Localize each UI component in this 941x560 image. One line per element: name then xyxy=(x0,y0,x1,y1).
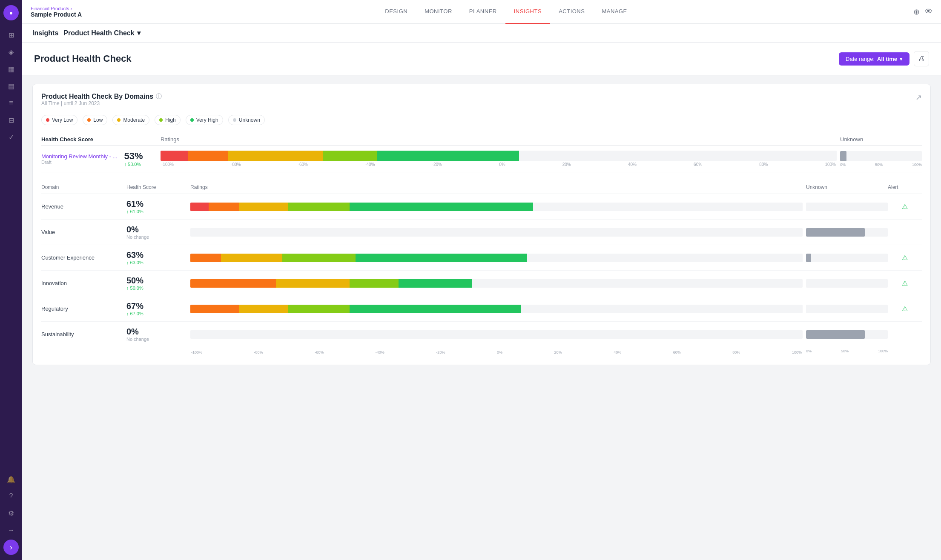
main-area: Financial Products › Sample Product A DE… xyxy=(22,0,941,560)
info-icon[interactable]: ⓘ xyxy=(156,93,162,100)
score-column-header: Health Check Score xyxy=(41,136,161,143)
domain-name-regulatory: Regulatory xyxy=(41,306,126,312)
domain-ratings-bar xyxy=(190,279,803,288)
section-header: Product Health Check Date range: All tim… xyxy=(22,43,941,75)
product-title: Sample Product A xyxy=(31,11,82,18)
top-navigation: Financial Products › Sample Product A DE… xyxy=(22,0,941,24)
share-button[interactable]: ⊕ xyxy=(913,7,920,17)
topnav-actions: ⊕ 👁 xyxy=(913,7,932,17)
sidebar-item-reports[interactable]: ⊟ xyxy=(3,112,19,128)
tab-actions[interactable]: ACTIONS xyxy=(550,0,593,24)
overall-change: ↑ 53.0% xyxy=(124,162,143,167)
sidebar-item-dashboard[interactable]: ⊞ xyxy=(3,27,19,43)
legend-dot-unknown xyxy=(233,118,236,122)
legend-label-moderate: Moderate xyxy=(123,117,145,123)
legend-very-high[interactable]: Very High xyxy=(186,115,223,125)
card-share-icon[interactable]: ↗ xyxy=(915,93,922,102)
sidebar-item-products[interactable]: ◈ xyxy=(3,44,19,60)
alert-icon: ⚠ xyxy=(902,279,908,287)
page-title: Product Health Check xyxy=(34,53,132,64)
domain-score-cell: 0%No change xyxy=(126,225,190,240)
date-range-button[interactable]: Date range: All time ▾ xyxy=(839,52,909,66)
domain-unknown-bar xyxy=(803,228,888,237)
sidebar-item-analytics[interactable]: ▤ xyxy=(3,78,19,94)
legend-dot-very-low xyxy=(46,118,49,122)
card-header: Product Health Check By Domains ⓘ All Ti… xyxy=(41,93,922,113)
domain-ratings-bar xyxy=(190,330,803,339)
domain-score-cell: 0%No change xyxy=(126,327,190,342)
legend-label-low: Low xyxy=(93,117,103,123)
sidebar-item-list[interactable]: ≡ xyxy=(3,95,19,111)
domain-ratings-bar xyxy=(190,305,803,313)
print-button[interactable]: 🖨 xyxy=(914,51,929,66)
domain-table: Revenue61%↑ 61.0%⚠Value0%No changeCustom… xyxy=(41,194,922,347)
legend-low[interactable]: Low xyxy=(83,115,107,125)
overall-unknown-bar: 0% 50% 100% xyxy=(837,151,922,167)
domain-score-cell: 63%↑ 63.0% xyxy=(126,250,190,265)
legend-dot-low xyxy=(87,118,91,122)
col-domain: Domain xyxy=(41,184,126,190)
date-range-value: All time xyxy=(877,56,897,62)
domain-row: Innovation50%↑ 50.0%⚠ xyxy=(41,271,922,296)
overall-info: Monitoring Review Monthly - ... Draft 53… xyxy=(41,151,161,167)
tab-insights[interactable]: INSIGHTS xyxy=(505,0,550,24)
domain-score-cell: 61%↑ 61.0% xyxy=(126,199,190,214)
unknown-column-header: Unknown xyxy=(837,136,922,143)
tab-design[interactable]: DESIGN xyxy=(376,0,416,24)
domain-unknown-bar xyxy=(803,330,888,339)
eye-button[interactable]: 👁 xyxy=(925,7,932,16)
alert-icon: ⚠ xyxy=(902,203,908,211)
print-icon: 🖨 xyxy=(918,55,925,63)
sidebar-item-help[interactable]: ? xyxy=(3,489,19,504)
legend-label-very-low: Very Low xyxy=(52,117,73,123)
legend-dot-high xyxy=(159,118,163,122)
breadcrumb[interactable]: Financial Products › xyxy=(31,6,82,11)
card-title: Product Health Check By Domains xyxy=(41,93,153,100)
insights-breadcrumb: Insights xyxy=(32,29,58,37)
legend-very-low[interactable]: Very Low xyxy=(41,115,77,125)
domain-score-cell: 50%↑ 50.0% xyxy=(126,276,190,291)
alert-icon: ⚠ xyxy=(902,254,908,262)
view-selector[interactable]: Product Health Check ▾ xyxy=(63,29,140,37)
tab-monitor[interactable]: MONITOR xyxy=(416,0,461,24)
sidebar-fab[interactable]: › xyxy=(3,540,19,555)
legend-high[interactable]: High xyxy=(155,115,181,125)
tab-manage[interactable]: MANAGE xyxy=(593,0,635,24)
brand-area: Financial Products › Sample Product A xyxy=(31,6,82,18)
legend-unknown[interactable]: Unknown xyxy=(228,115,265,125)
col-ratings: Ratings xyxy=(190,184,803,190)
legend-dot-very-high xyxy=(190,118,194,122)
domain-unknown-bar xyxy=(803,279,888,288)
sidebar-item-export[interactable]: → xyxy=(3,523,19,538)
domain-score-cell: 67%↑ 67.0% xyxy=(126,301,190,316)
bottom-axis-row: -100%-80%-60%-40%-20%0%20%40%60%80%100% … xyxy=(41,347,922,356)
ratings-column-header: Ratings xyxy=(161,136,837,143)
tab-planner[interactable]: PLANNER xyxy=(461,0,505,24)
domain-alert: ⚠ xyxy=(888,254,922,262)
overall-review-link[interactable]: Monitoring Review Monthly - ... xyxy=(41,153,117,160)
domain-row: Value0%No change xyxy=(41,220,922,245)
col-unknown: Unknown xyxy=(803,184,888,190)
domain-table-header: Domain Health Score Ratings Unknown Aler… xyxy=(41,179,922,194)
domain-unknown-bar xyxy=(803,305,888,313)
domain-unknown-bar xyxy=(803,203,888,211)
sidebar-item-notifications[interactable]: 🔔 xyxy=(3,471,19,487)
sidebar: ● ⊞ ◈ ▦ ▤ ≡ ⊟ ✓ 🔔 ? ⚙ → › xyxy=(0,0,22,560)
col-health-score: Health Score xyxy=(126,184,190,190)
sidebar-logo[interactable]: ● xyxy=(3,5,19,20)
legend-label-unknown: Unknown xyxy=(239,117,260,123)
page-header: Insights Product Health Check ▾ xyxy=(22,24,941,43)
domain-name-sustainability: Sustainability xyxy=(41,331,126,337)
legend-moderate[interactable]: Moderate xyxy=(112,115,149,125)
sidebar-item-grid[interactable]: ▦ xyxy=(3,61,19,77)
domain-row: Customer Experience63%↑ 63.0%⚠ xyxy=(41,245,922,271)
alert-icon: ⚠ xyxy=(902,305,908,313)
domain-unknown-bar xyxy=(803,254,888,262)
domain-row: Regulatory67%↑ 67.0%⚠ xyxy=(41,296,922,322)
sidebar-item-settings[interactable]: ⚙ xyxy=(3,506,19,521)
logo-icon: ● xyxy=(9,9,13,16)
sidebar-item-check[interactable]: ✓ xyxy=(3,129,19,145)
legend-label-high: High xyxy=(165,117,176,123)
breadcrumb-link[interactable]: Financial Products › xyxy=(31,6,72,11)
domain-ratings-bar xyxy=(190,254,803,262)
